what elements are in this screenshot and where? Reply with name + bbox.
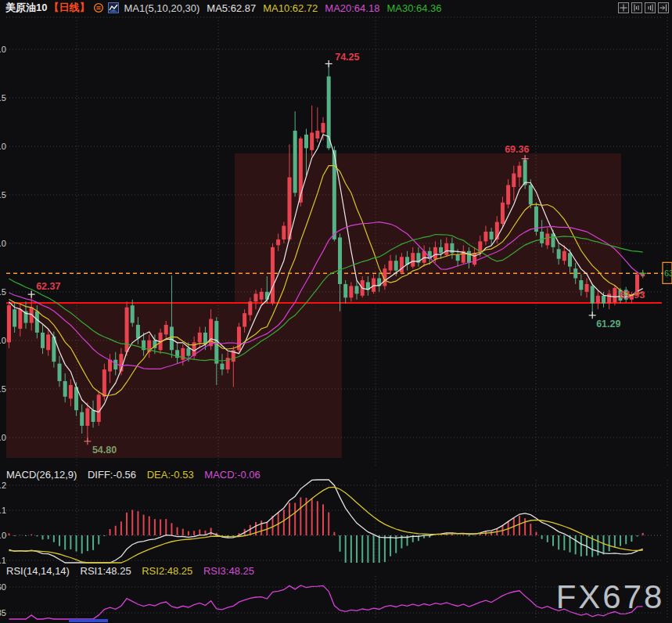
rsi-line	[9, 585, 643, 619]
svg-text:65.0: 65.0	[0, 239, 6, 248]
svg-text:57.5: 57.5	[0, 384, 6, 394]
ma-value-label: MA30:64.36	[386, 2, 441, 14]
svg-text:72.5: 72.5	[0, 93, 6, 103]
trading-app: 74.2569.3662.3761.2954.8061.9363.475.072…	[0, 0, 672, 623]
price-marker-label: 62.37	[36, 281, 60, 292]
svg-text:35: 35	[0, 608, 6, 618]
ma-value-label: MA10:62.72	[263, 2, 318, 14]
ma-group-label: MA1(5,10,20,30)	[124, 2, 199, 14]
rsi-panel	[9, 585, 643, 619]
chart-canvas[interactable]: 74.2569.3662.3761.2954.8061.9363.475.072…	[0, 0, 672, 623]
svg-text:2.2: 2.2	[0, 481, 6, 490]
svg-text:0.0: 0.0	[0, 531, 6, 540]
rsi-header: RSI(14,14,14) RSI1:48.25 RSI2:48.25 RSI3…	[6, 565, 262, 577]
price-marker-label: 61.29	[596, 319, 620, 330]
rsi3-value: RSI3:48.25	[203, 565, 254, 577]
macd-dea-value: DEA:-0.53	[147, 469, 194, 481]
svg-text:63.4: 63.4	[664, 268, 672, 278]
price-marker-label: 54.80	[92, 445, 117, 456]
axis-right-icon[interactable]	[645, 2, 656, 13]
chart-type-icon[interactable]	[108, 2, 119, 13]
svg-text:62.5: 62.5	[0, 287, 6, 297]
chart-header: 美原油10 【日线】 MA1(5,10,20,30) MA5:62.87MA10…	[0, 0, 672, 16]
ma-value-label: MA20:64.18	[325, 2, 379, 14]
price-marker-label: 74.25	[335, 52, 359, 63]
svg-text:67.5: 67.5	[0, 190, 6, 200]
support-price-label: 61.93	[620, 289, 645, 301]
macd-diff-value: DIFF:-0.56	[88, 469, 136, 481]
rsi-params-label: RSI(14,14,14)	[6, 565, 70, 577]
symbol-title: 美原油10	[5, 1, 47, 15]
svg-text:1.1: 1.1	[0, 506, 6, 515]
period-label: 【日线】	[49, 1, 89, 15]
chart-toolbar	[618, 2, 669, 13]
svg-text:75.0: 75.0	[0, 45, 6, 54]
rsi1-value: RSI1:48.25	[81, 565, 131, 577]
axis-labels: 75.072.570.067.565.062.560.057.555.02.21…	[0, 45, 6, 618]
svg-text:-1.1: -1.1	[0, 556, 6, 565]
macd-macd-value: MACD:-0.06	[204, 469, 261, 481]
pan-crosshair-icon[interactable]	[618, 2, 629, 13]
ma-values: MA5:62.87MA10:62.72MA20:64.18MA30:64.36	[199, 2, 441, 14]
macd-panel	[6, 480, 662, 563]
macd-header: MACD(26,12,9) DIFF:-0.56 DEA:-0.53 MACD:…	[6, 469, 268, 481]
rsi2-value: RSI2:48.25	[142, 565, 192, 577]
h-scrollbar-thumb[interactable]	[69, 619, 108, 622]
price-marker-label: 69.36	[505, 144, 529, 155]
macd-params-label: MACD(26,12,9)	[6, 469, 77, 481]
svg-text:60: 60	[0, 582, 6, 592]
settings-circle-icon[interactable]	[93, 2, 104, 13]
watermark: FX678	[556, 578, 665, 615]
ma-value-label: MA5:62.87	[207, 2, 256, 14]
svg-text:70.0: 70.0	[0, 142, 6, 151]
svg-text:60.0: 60.0	[0, 336, 6, 345]
svg-text:55.0: 55.0	[0, 433, 6, 442]
axis-left-icon[interactable]	[631, 2, 642, 13]
goto-latest-icon[interactable]	[658, 2, 669, 13]
